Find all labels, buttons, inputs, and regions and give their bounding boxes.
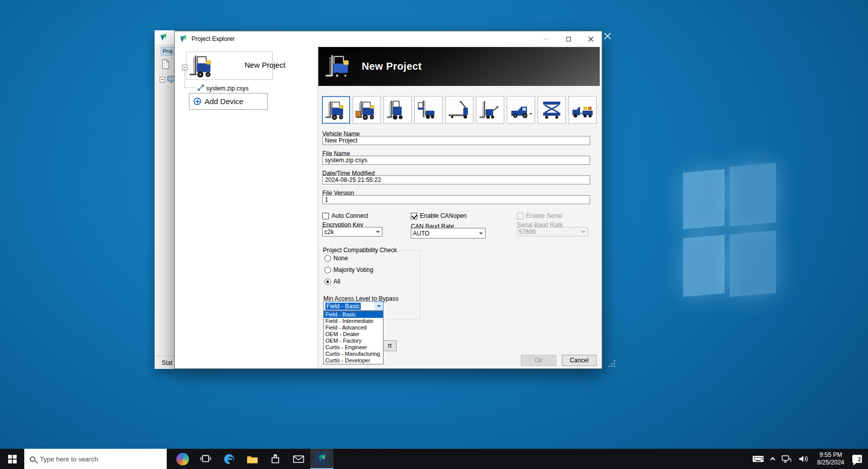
taskbar: Type here to search 9:55 PM 8/25/2024 2 (0, 449, 868, 469)
notification-badge: 2 (858, 457, 861, 462)
close-icon (588, 36, 594, 42)
add-device-button[interactable]: Add Device (189, 93, 268, 110)
store-button[interactable] (264, 449, 287, 469)
radio-selected-icon (324, 278, 331, 285)
tree-expand-icon[interactable] (182, 65, 187, 70)
pallet-truck-icon (448, 100, 471, 121)
enable-serial-checkbox: Enable Serial (517, 212, 562, 219)
vehicle-type-pallet-truck-button[interactable] (445, 96, 473, 124)
project-explorer-dialog: Project Explorer New Project system.zip.… (174, 31, 602, 369)
dropdown-option[interactable]: Curtis - Engineer (324, 344, 383, 351)
system-file-icon (197, 84, 205, 91)
can-baud-rate-combobox[interactable]: AUTO (411, 228, 486, 239)
vehicle-name-input[interactable]: New Project (322, 136, 590, 145)
project-header-banner: New Project (318, 47, 600, 86)
serial-baud-rate-combobox: 57600 (517, 227, 588, 237)
walkie-stacker-icon (478, 100, 502, 121)
file-version-input[interactable]: 1 (322, 195, 590, 204)
loaded-forklift-icon (355, 100, 378, 121)
action-center-button[interactable]: 2 (849, 449, 868, 469)
status-bar-divider (155, 356, 175, 356)
vehicle-type-loaded-forklift-button[interactable] (353, 96, 381, 124)
curtis-toolkit-taskbar-button[interactable] (310, 449, 333, 469)
vehicle-type-counterbalance-button[interactable] (322, 96, 350, 124)
touch-keyboard-icon (752, 455, 764, 463)
task-view-icon (200, 454, 211, 463)
dialog-title: Project Explorer (191, 35, 234, 42)
dropdown-option[interactable]: Field - Advanced (324, 324, 383, 331)
dropdown-option[interactable]: OEM - Dealer (324, 331, 383, 338)
file-explorer-button[interactable] (240, 449, 264, 469)
radio-all[interactable]: All (324, 278, 340, 285)
counterbalance-forklift-icon (324, 100, 348, 121)
hidden-icons-button[interactable] (767, 449, 778, 469)
add-device-label: Add Device (205, 97, 244, 106)
tree-child-label[interactable]: system.zip.csys (206, 85, 249, 92)
search-box[interactable]: Type here to search (24, 449, 167, 469)
file-name-input[interactable]: system.zip.csys (322, 156, 590, 165)
new-document-icon[interactable] (162, 59, 170, 69)
maximize-button[interactable] (557, 31, 580, 46)
tree-connector (184, 87, 197, 88)
min-access-dropdown-list: Field - Basic Field - Intermediate Field… (323, 311, 383, 364)
tree-root-label[interactable]: New Project (245, 61, 285, 69)
auto-connect-checkbox[interactable]: Auto Connect (322, 212, 368, 219)
mail-button[interactable] (287, 449, 310, 469)
min-access-combobox[interactable]: Field - Basic (323, 301, 383, 311)
ok-button[interactable]: Ok (521, 355, 556, 366)
store-icon (270, 453, 281, 464)
dialog-titlebar[interactable]: Project Explorer (175, 31, 602, 46)
date-modified-input[interactable]: 2024-08-25 21:55:22 (322, 175, 590, 184)
main-window-project-tab[interactable]: Proj (161, 47, 175, 56)
encryption-key-combobox[interactable]: c2k (322, 227, 382, 237)
enable-canopen-checkbox[interactable]: Enable CANopen (411, 212, 467, 219)
dropdown-arrow-icon[interactable] (374, 302, 383, 310)
dropdown-arrow-icon[interactable] (373, 227, 382, 236)
enable-canopen-label: Enable CANopen (420, 212, 467, 219)
touch-keyboard-button[interactable] (749, 449, 767, 469)
dropdown-option[interactable]: Field - Basic (324, 311, 383, 318)
desktop: Proj Stat Project Explorer New Project (0, 0, 868, 469)
scissor-lift-icon (540, 100, 563, 121)
edge-button[interactable] (217, 449, 240, 469)
vehicle-type-order-picker-button[interactable] (414, 96, 443, 124)
cancel-button[interactable]: Cancel (562, 355, 597, 366)
curtis-toolkit-icon (315, 451, 329, 465)
radio-majority-voting[interactable]: Majority Voting (324, 266, 373, 273)
network-icon (782, 455, 791, 463)
dialog-body: New Project system.zip.csys Add Device N… (175, 46, 602, 368)
vehicle-type-tow-tractor-button[interactable] (507, 96, 535, 124)
status-bar-text: Stat (162, 359, 172, 366)
vehicle-type-scissor-lift-button[interactable] (538, 96, 566, 124)
system-node-icon[interactable] (167, 76, 175, 83)
minimize-button[interactable] (535, 31, 557, 46)
network-button[interactable] (778, 449, 795, 469)
dropdown-option[interactable]: Field - Intermediate (324, 318, 383, 324)
checkbox-icon (322, 213, 329, 219)
start-button[interactable] (0, 449, 24, 469)
taskbar-clock[interactable]: 9:55 PM 8/25/2024 (813, 451, 849, 466)
main-window-close-icon[interactable] (604, 32, 611, 40)
wallpaper-logo-pane (683, 169, 725, 229)
encryption-key-value: c2k (323, 227, 373, 236)
project-tree-panel: New Project system.zip.csys Add Device (175, 46, 318, 368)
enable-serial-label: Enable Serial (526, 212, 562, 219)
dropdown-option[interactable]: Curtis - Manufacturing (324, 351, 383, 357)
volume-button[interactable] (795, 449, 813, 469)
minimize-icon (544, 39, 549, 39)
file-explorer-icon (247, 454, 258, 464)
cortana-button[interactable] (171, 449, 194, 469)
banner-title: New Project (362, 61, 422, 72)
dropdown-option[interactable]: OEM - Factory (324, 338, 383, 344)
vehicle-type-tugger-button[interactable] (568, 96, 597, 124)
resize-grip[interactable] (608, 360, 616, 368)
radio-none[interactable]: None (324, 255, 348, 262)
vehicle-type-walkie-stacker-button[interactable] (476, 96, 504, 124)
dropdown-option[interactable]: Curtis - Developer (324, 357, 383, 364)
wallpaper-logo-pane (683, 234, 725, 297)
tree-expand-icon[interactable] (160, 77, 165, 82)
task-view-button[interactable] (194, 449, 217, 469)
vehicle-type-reach-truck-button[interactable] (383, 96, 412, 124)
dropdown-arrow-icon[interactable] (476, 228, 485, 238)
close-button[interactable] (580, 31, 602, 46)
